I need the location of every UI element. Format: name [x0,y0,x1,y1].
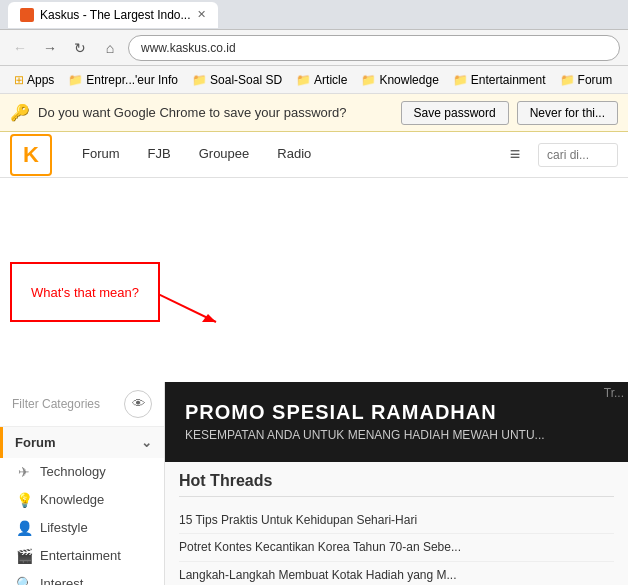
never-save-button[interactable]: Never for thi... [517,101,618,125]
sidebar-item-interest-label: Interest [40,576,83,585]
back-button[interactable]: ← [8,36,32,60]
main-layout: Filter Categories 👁 Forum ⌄ ✈ Technology… [0,382,628,586]
browser-titlebar: Kaskus - The Largest Indo... ✕ [0,0,628,30]
nav-links: Forum FJB Groupee Radio [68,132,500,178]
filter-header: Filter Categories 👁 [0,382,164,427]
hero-text: PROMO SPESIAL RAMADHAN KESEMPATAN ANDA U… [185,401,545,442]
bookmark-knowledge[interactable]: 📁 Knowledge [355,71,444,89]
sidebar-item-knowledge-label: Knowledge [40,492,104,507]
folder-icon-6: 📁 [560,73,575,87]
sidebar-item-technology-label: Technology [40,464,106,479]
sidebar-forum-header[interactable]: Forum ⌄ [0,427,164,458]
entertainment-icon: 🎬 [16,548,32,564]
tab-close-button[interactable]: ✕ [197,8,206,21]
folder-icon-3: 📁 [296,73,311,87]
folder-icon: 📁 [68,73,83,87]
address-bar[interactable]: www.kaskus.co.id [128,35,620,61]
hero-subtitle: KESEMPATAN ANDA UNTUK MENANG HADIAH MEWA… [185,428,545,442]
thread-list: 15 Tips Praktis Untuk Kehidupan Sehari-H… [179,507,614,586]
tooltip-arrow [158,294,218,324]
tooltip-text: What's that mean? [31,285,139,300]
hero-badge: Tr... [600,382,628,404]
tooltip-box: What's that mean? [10,262,160,322]
folder-icon-5: 📁 [453,73,468,87]
nav-forum[interactable]: Forum [68,132,134,178]
tab-title: Kaskus - The Largest Indo... [40,8,191,22]
bookmark-entertainment[interactable]: 📁 Entertainment [447,71,552,89]
bookmark-entrepr[interactable]: 📁 Entrepr...'eur Info [62,71,184,89]
thread-item[interactable]: 15 Tips Praktis Untuk Kehidupan Sehari-H… [179,507,614,535]
sidebar-item-knowledge[interactable]: 💡 Knowledge [0,486,164,514]
sidebar-forum-label: Forum [15,435,55,450]
nav-groupee[interactable]: Groupee [185,132,264,178]
thread-item[interactable]: Langkah-Langkah Membuat Kotak Hadiah yan… [179,562,614,585]
browser-toolbar: ← → ↻ ⌂ www.kaskus.co.id [0,30,628,66]
page-content: What's that mean? K Forum FJB Groupee Ra… [0,132,628,585]
bookmark-apps[interactable]: ⊞ Apps [8,71,60,89]
eye-button[interactable]: 👁 [124,390,152,418]
password-prompt-text: Do you want Google Chrome to save your p… [38,105,393,120]
nav-radio[interactable]: Radio [263,132,325,178]
sidebar-section-forum: Forum ⌄ ✈ Technology 💡 Knowledge 👤 Lifes… [0,427,164,586]
sidebar-item-entertainment[interactable]: 🎬 Entertainment [0,542,164,570]
knowledge-icon: 💡 [16,492,32,508]
sidebar-item-lifestyle-label: Lifestyle [40,520,88,535]
bookmark-article[interactable]: 📁 Article [290,71,353,89]
browser-tab[interactable]: Kaskus - The Largest Indo... ✕ [8,2,218,28]
bookmarks-bar: ⊞ Apps 📁 Entrepr...'eur Info 📁 Soal-Soal… [0,66,628,94]
password-bar: 🔑 Do you want Google Chrome to save your… [0,94,628,132]
filter-label: Filter Categories [12,397,100,411]
key-icon: 🔑 [10,103,30,122]
interest-icon: 🔍 [16,576,32,586]
right-content: PROMO SPESIAL RAMADHAN KESEMPATAN ANDA U… [165,382,628,586]
hero-title: PROMO SPESIAL RAMADHAN [185,401,545,424]
hamburger-menu-button[interactable]: ≡ [500,140,530,170]
logo-letter: K [23,142,39,168]
save-password-button[interactable]: Save password [401,101,509,125]
site-search-input[interactable] [538,143,618,167]
bookmark-forum[interactable]: 📁 Forum [554,71,619,89]
sidebar-item-lifestyle[interactable]: 👤 Lifestyle [0,514,164,542]
site-nav: K Forum FJB Groupee Radio ≡ [0,132,628,178]
hero-banner: PROMO SPESIAL RAMADHAN KESEMPATAN ANDA U… [165,382,628,462]
sidebar-item-entertainment-label: Entertainment [40,548,121,563]
refresh-button[interactable]: ↻ [68,36,92,60]
home-button[interactable]: ⌂ [98,36,122,60]
tab-favicon [20,8,34,22]
hot-threads-title: Hot Threads [179,472,614,497]
hot-threads: Hot Threads 15 Tips Praktis Untuk Kehidu… [165,462,628,586]
url-text: www.kaskus.co.id [141,41,236,55]
sidebar: Filter Categories 👁 Forum ⌄ ✈ Technology… [0,382,165,586]
folder-icon-4: 📁 [361,73,376,87]
apps-grid-icon: ⊞ [14,73,24,87]
bookmark-soal[interactable]: 📁 Soal-Soal SD [186,71,288,89]
sidebar-item-technology[interactable]: ✈ Technology [0,458,164,486]
nav-fjb[interactable]: FJB [134,132,185,178]
folder-icon-2: 📁 [192,73,207,87]
site-logo[interactable]: K [10,134,52,176]
technology-icon: ✈ [16,464,32,480]
lifestyle-icon: 👤 [16,520,32,536]
chevron-down-icon: ⌄ [141,435,152,450]
forward-button[interactable]: → [38,36,62,60]
thread-item[interactable]: Potret Kontes Kecantikan Korea Tahun 70-… [179,534,614,562]
sidebar-item-interest[interactable]: 🔍 Interest [0,570,164,586]
